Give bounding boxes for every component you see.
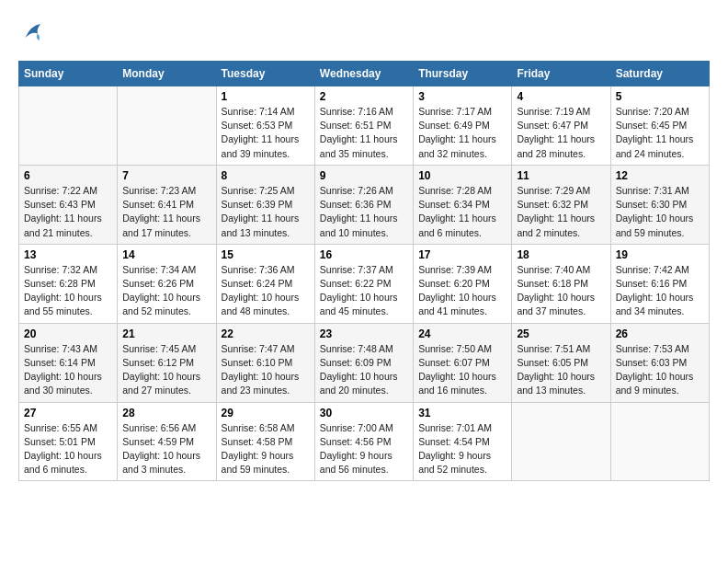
day-number: 18 <box>517 248 605 261</box>
calendar-cell: 26Sunrise: 7:53 AM Sunset: 6:03 PM Dayli… <box>610 323 709 402</box>
calendar-cell: 10Sunrise: 7:28 AM Sunset: 6:34 PM Dayli… <box>414 165 512 244</box>
day-number: 16 <box>320 248 408 261</box>
calendar-cell: 15Sunrise: 7:36 AM Sunset: 6:24 PM Dayli… <box>216 244 314 323</box>
week-row-0: 1Sunrise: 7:14 AM Sunset: 6:53 PM Daylig… <box>19 86 710 166</box>
day-info: Sunrise: 7:37 AM Sunset: 6:22 PM Dayligh… <box>320 263 408 319</box>
day-info: Sunrise: 7:34 AM Sunset: 6:26 PM Dayligh… <box>122 263 210 319</box>
day-number: 1 <box>222 90 310 103</box>
day-number: 4 <box>517 90 605 103</box>
week-row-4: 27Sunrise: 6:55 AM Sunset: 5:01 PM Dayli… <box>19 402 710 481</box>
day-number: 22 <box>222 327 310 340</box>
day-info: Sunrise: 7:32 AM Sunset: 6:28 PM Dayligh… <box>24 263 112 319</box>
page-header <box>18 18 710 46</box>
day-number: 24 <box>418 327 506 340</box>
calendar-cell: 4Sunrise: 7:19 AM Sunset: 6:47 PM Daylig… <box>512 86 610 166</box>
day-info: Sunrise: 7:45 AM Sunset: 6:12 PM Dayligh… <box>122 342 210 398</box>
day-info: Sunrise: 6:55 AM Sunset: 5:01 PM Dayligh… <box>24 421 112 477</box>
day-info: Sunrise: 7:36 AM Sunset: 6:24 PM Dayligh… <box>222 263 310 319</box>
calendar-cell: 1Sunrise: 7:14 AM Sunset: 6:53 PM Daylig… <box>216 86 314 166</box>
header-thursday: Thursday <box>414 62 512 86</box>
day-info: Sunrise: 7:26 AM Sunset: 6:36 PM Dayligh… <box>320 184 408 240</box>
day-info: Sunrise: 7:20 AM Sunset: 6:45 PM Dayligh… <box>616 105 704 161</box>
day-info: Sunrise: 7:25 AM Sunset: 6:39 PM Dayligh… <box>222 184 310 240</box>
calendar-cell: 22Sunrise: 7:47 AM Sunset: 6:10 PM Dayli… <box>216 323 314 402</box>
day-number: 30 <box>320 407 408 419</box>
calendar-cell: 9Sunrise: 7:26 AM Sunset: 6:36 PM Daylig… <box>314 165 413 244</box>
day-info: Sunrise: 7:42 AM Sunset: 6:16 PM Dayligh… <box>616 263 704 319</box>
day-info: Sunrise: 7:51 AM Sunset: 6:05 PM Dayligh… <box>517 342 605 398</box>
day-info: Sunrise: 7:31 AM Sunset: 6:30 PM Dayligh… <box>616 184 704 240</box>
day-info: Sunrise: 7:47 AM Sunset: 6:10 PM Dayligh… <box>222 342 310 398</box>
header-saturday: Saturday <box>610 62 709 86</box>
calendar-cell <box>19 86 118 166</box>
day-info: Sunrise: 7:50 AM Sunset: 6:07 PM Dayligh… <box>418 342 506 398</box>
day-number: 19 <box>616 248 704 261</box>
calendar-cell <box>118 86 216 166</box>
calendar-cell: 14Sunrise: 7:34 AM Sunset: 6:26 PM Dayli… <box>118 244 216 323</box>
calendar-cell: 11Sunrise: 7:29 AM Sunset: 6:32 PM Dayli… <box>512 165 610 244</box>
calendar-cell: 19Sunrise: 7:42 AM Sunset: 6:16 PM Dayli… <box>610 244 709 323</box>
day-number: 26 <box>616 327 704 340</box>
calendar-cell: 8Sunrise: 7:25 AM Sunset: 6:39 PM Daylig… <box>216 165 314 244</box>
day-number: 3 <box>418 90 506 103</box>
day-number: 25 <box>517 327 605 340</box>
day-info: Sunrise: 7:43 AM Sunset: 6:14 PM Dayligh… <box>24 342 112 398</box>
day-info: Sunrise: 7:19 AM Sunset: 6:47 PM Dayligh… <box>517 105 605 161</box>
calendar-cell: 20Sunrise: 7:43 AM Sunset: 6:14 PM Dayli… <box>19 323 118 402</box>
calendar-cell: 13Sunrise: 7:32 AM Sunset: 6:28 PM Dayli… <box>19 244 118 323</box>
calendar-cell: 12Sunrise: 7:31 AM Sunset: 6:30 PM Dayli… <box>610 165 709 244</box>
day-info: Sunrise: 7:14 AM Sunset: 6:53 PM Dayligh… <box>222 105 310 161</box>
day-number: 23 <box>320 327 408 340</box>
header-monday: Monday <box>118 62 216 86</box>
day-info: Sunrise: 7:29 AM Sunset: 6:32 PM Dayligh… <box>517 184 605 240</box>
calendar-cell: 6Sunrise: 7:22 AM Sunset: 6:43 PM Daylig… <box>19 165 118 244</box>
header-friday: Friday <box>512 62 610 86</box>
day-number: 29 <box>222 407 310 419</box>
day-number: 17 <box>418 248 506 261</box>
calendar-cell: 28Sunrise: 6:56 AM Sunset: 4:59 PM Dayli… <box>118 402 216 481</box>
calendar-cell: 5Sunrise: 7:20 AM Sunset: 6:45 PM Daylig… <box>610 86 709 166</box>
calendar-cell: 24Sunrise: 7:50 AM Sunset: 6:07 PM Dayli… <box>414 323 512 402</box>
day-number: 11 <box>517 169 605 182</box>
day-info: Sunrise: 7:01 AM Sunset: 4:54 PM Dayligh… <box>418 421 506 477</box>
day-number: 9 <box>320 169 408 182</box>
day-info: Sunrise: 7:17 AM Sunset: 6:49 PM Dayligh… <box>418 105 506 161</box>
calendar-cell: 30Sunrise: 7:00 AM Sunset: 4:56 PM Dayli… <box>314 402 413 481</box>
calendar-cell: 31Sunrise: 7:01 AM Sunset: 4:54 PM Dayli… <box>414 402 512 481</box>
calendar-cell: 16Sunrise: 7:37 AM Sunset: 6:22 PM Dayli… <box>314 244 413 323</box>
calendar-cell: 3Sunrise: 7:17 AM Sunset: 6:49 PM Daylig… <box>414 86 512 166</box>
calendar-cell: 25Sunrise: 7:51 AM Sunset: 6:05 PM Dayli… <box>512 323 610 402</box>
day-info: Sunrise: 7:00 AM Sunset: 4:56 PM Dayligh… <box>320 421 408 477</box>
calendar-cell: 17Sunrise: 7:39 AM Sunset: 6:20 PM Dayli… <box>414 244 512 323</box>
day-number: 7 <box>122 169 210 182</box>
day-info: Sunrise: 7:16 AM Sunset: 6:51 PM Dayligh… <box>320 105 408 161</box>
calendar-cell <box>512 402 610 481</box>
day-info: Sunrise: 7:23 AM Sunset: 6:41 PM Dayligh… <box>122 184 210 240</box>
day-number: 21 <box>122 327 210 340</box>
day-info: Sunrise: 7:28 AM Sunset: 6:34 PM Dayligh… <box>418 184 506 240</box>
day-number: 5 <box>616 90 704 103</box>
header-tuesday: Tuesday <box>216 62 314 86</box>
day-number: 6 <box>24 169 112 182</box>
day-number: 2 <box>320 90 408 103</box>
calendar-cell: 21Sunrise: 7:45 AM Sunset: 6:12 PM Dayli… <box>118 323 216 402</box>
days-header-row: SundayMondayTuesdayWednesdayThursdayFrid… <box>19 62 710 86</box>
week-row-3: 20Sunrise: 7:43 AM Sunset: 6:14 PM Dayli… <box>19 323 710 402</box>
day-number: 20 <box>24 327 112 340</box>
week-row-2: 13Sunrise: 7:32 AM Sunset: 6:28 PM Dayli… <box>19 244 710 323</box>
day-info: Sunrise: 7:40 AM Sunset: 6:18 PM Dayligh… <box>517 263 605 319</box>
day-info: Sunrise: 7:39 AM Sunset: 6:20 PM Dayligh… <box>418 263 506 319</box>
day-number: 27 <box>24 407 112 419</box>
calendar-cell: 27Sunrise: 6:55 AM Sunset: 5:01 PM Dayli… <box>19 402 118 481</box>
calendar-cell: 23Sunrise: 7:48 AM Sunset: 6:09 PM Dayli… <box>314 323 413 402</box>
calendar-cell: 18Sunrise: 7:40 AM Sunset: 6:18 PM Dayli… <box>512 244 610 323</box>
day-info: Sunrise: 7:22 AM Sunset: 6:43 PM Dayligh… <box>24 184 112 240</box>
logo-icon <box>18 18 46 46</box>
day-number: 31 <box>418 407 506 419</box>
week-row-1: 6Sunrise: 7:22 AM Sunset: 6:43 PM Daylig… <box>19 165 710 244</box>
day-number: 12 <box>616 169 704 182</box>
calendar-cell: 2Sunrise: 7:16 AM Sunset: 6:51 PM Daylig… <box>314 86 413 166</box>
day-number: 15 <box>222 248 310 261</box>
day-info: Sunrise: 7:48 AM Sunset: 6:09 PM Dayligh… <box>320 342 408 398</box>
day-number: 28 <box>122 407 210 419</box>
